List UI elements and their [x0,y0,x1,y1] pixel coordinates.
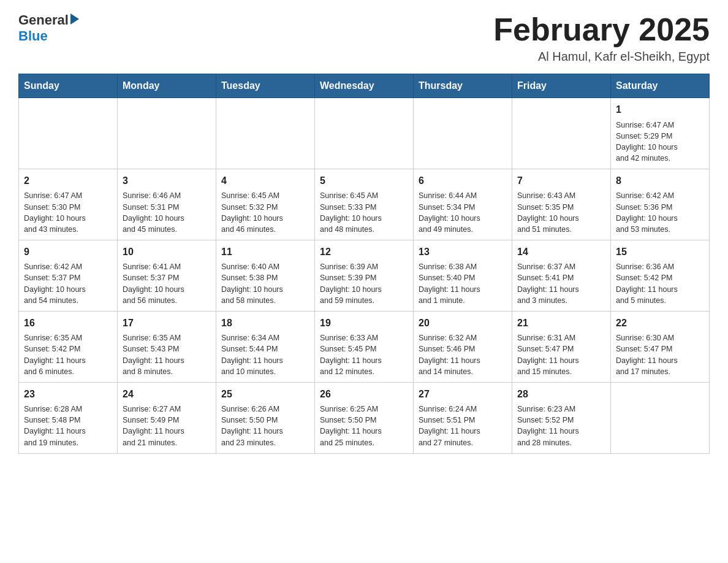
day-number: 19 [320,316,408,330]
day-number: 17 [123,316,211,330]
day-info: Sunrise: 6:47 AM Sunset: 5:30 PM Dayligh… [24,190,112,235]
day-info: Sunrise: 6:32 AM Sunset: 5:46 PM Dayligh… [419,332,507,377]
day-info: Sunrise: 6:40 AM Sunset: 5:38 PM Dayligh… [221,261,309,306]
day-number: 12 [320,245,408,259]
day-number: 9 [24,245,112,259]
day-number: 5 [320,174,408,188]
calendar-week-row: 9Sunrise: 6:42 AM Sunset: 5:37 PM Daylig… [19,240,710,311]
day-info: Sunrise: 6:34 AM Sunset: 5:44 PM Dayligh… [221,332,309,377]
day-info: Sunrise: 6:38 AM Sunset: 5:40 PM Dayligh… [419,261,507,306]
calendar-week-row: 2Sunrise: 6:47 AM Sunset: 5:30 PM Daylig… [19,169,710,240]
day-number: 6 [419,174,507,188]
calendar-day-cell: 5Sunrise: 6:45 AM Sunset: 5:33 PM Daylig… [315,169,414,240]
day-number: 15 [616,245,704,259]
day-number: 13 [419,245,507,259]
day-info: Sunrise: 6:35 AM Sunset: 5:42 PM Dayligh… [24,332,112,377]
day-info: Sunrise: 6:37 AM Sunset: 5:41 PM Dayligh… [517,261,605,306]
day-number: 24 [123,388,211,401]
calendar-table: SundayMondayTuesdayWednesdayThursdayFrid… [18,74,710,453]
day-info: Sunrise: 6:31 AM Sunset: 5:47 PM Dayligh… [517,332,605,377]
calendar-day-cell: 1Sunrise: 6:47 AM Sunset: 5:29 PM Daylig… [611,98,710,169]
calendar-day-cell: 6Sunrise: 6:44 AM Sunset: 5:34 PM Daylig… [414,169,512,240]
day-info: Sunrise: 6:30 AM Sunset: 5:47 PM Dayligh… [616,332,704,377]
day-number: 3 [123,174,211,188]
weekday-header-wednesday: Wednesday [315,74,414,98]
calendar-day-cell: 14Sunrise: 6:37 AM Sunset: 5:41 PM Dayli… [512,240,611,311]
calendar-week-row: 23Sunrise: 6:28 AM Sunset: 5:48 PM Dayli… [19,382,710,453]
weekday-header-saturday: Saturday [611,74,710,98]
calendar-day-cell: 17Sunrise: 6:35 AM Sunset: 5:43 PM Dayli… [118,311,216,382]
weekday-header-thursday: Thursday [414,74,512,98]
calendar-day-cell: 21Sunrise: 6:31 AM Sunset: 5:47 PM Dayli… [512,311,611,382]
logo: General Blue [18,12,79,44]
day-info: Sunrise: 6:45 AM Sunset: 5:32 PM Dayligh… [221,190,309,235]
page-header: General Blue February 2025 Al Hamul, Kaf… [18,12,710,64]
calendar-day-cell: 8Sunrise: 6:42 AM Sunset: 5:36 PM Daylig… [611,169,710,240]
day-number: 10 [123,245,211,259]
day-number: 16 [24,316,112,330]
day-info: Sunrise: 6:46 AM Sunset: 5:31 PM Dayligh… [123,190,211,235]
weekday-header-monday: Monday [118,74,216,98]
calendar-day-cell [315,98,414,169]
day-info: Sunrise: 6:23 AM Sunset: 5:52 PM Dayligh… [517,404,605,448]
day-info: Sunrise: 6:35 AM Sunset: 5:43 PM Dayligh… [123,332,211,377]
month-title: February 2025 [493,12,710,47]
day-info: Sunrise: 6:25 AM Sunset: 5:50 PM Dayligh… [320,404,408,448]
calendar-day-cell: 7Sunrise: 6:43 AM Sunset: 5:35 PM Daylig… [512,169,611,240]
calendar-day-cell: 2Sunrise: 6:47 AM Sunset: 5:30 PM Daylig… [19,169,118,240]
calendar-day-cell [611,382,710,453]
calendar-day-cell: 25Sunrise: 6:26 AM Sunset: 5:50 PM Dayli… [216,382,315,453]
day-info: Sunrise: 6:36 AM Sunset: 5:42 PM Dayligh… [616,261,704,306]
calendar-day-cell: 20Sunrise: 6:32 AM Sunset: 5:46 PM Dayli… [414,311,512,382]
calendar-day-cell: 23Sunrise: 6:28 AM Sunset: 5:48 PM Dayli… [19,382,118,453]
calendar-day-cell: 16Sunrise: 6:35 AM Sunset: 5:42 PM Dayli… [19,311,118,382]
day-number: 2 [24,174,112,188]
calendar-day-cell: 4Sunrise: 6:45 AM Sunset: 5:32 PM Daylig… [216,169,315,240]
day-info: Sunrise: 6:24 AM Sunset: 5:51 PM Dayligh… [419,404,507,448]
day-info: Sunrise: 6:26 AM Sunset: 5:50 PM Dayligh… [221,404,309,448]
calendar-day-cell: 13Sunrise: 6:38 AM Sunset: 5:40 PM Dayli… [414,240,512,311]
calendar-day-cell: 12Sunrise: 6:39 AM Sunset: 5:39 PM Dayli… [315,240,414,311]
calendar-day-cell [19,98,118,169]
calendar-day-cell: 27Sunrise: 6:24 AM Sunset: 5:51 PM Dayli… [414,382,512,453]
weekday-header-friday: Friday [512,74,611,98]
calendar-day-cell: 11Sunrise: 6:40 AM Sunset: 5:38 PM Dayli… [216,240,315,311]
day-info: Sunrise: 6:28 AM Sunset: 5:48 PM Dayligh… [24,404,112,448]
calendar-day-cell: 24Sunrise: 6:27 AM Sunset: 5:49 PM Dayli… [118,382,216,453]
calendar-day-cell [118,98,216,169]
day-number: 23 [24,388,112,401]
day-info: Sunrise: 6:27 AM Sunset: 5:49 PM Dayligh… [123,404,211,448]
day-info: Sunrise: 6:45 AM Sunset: 5:33 PM Dayligh… [320,190,408,235]
day-number: 4 [221,174,309,188]
calendar-day-cell: 22Sunrise: 6:30 AM Sunset: 5:47 PM Dayli… [611,311,710,382]
calendar-day-cell: 26Sunrise: 6:25 AM Sunset: 5:50 PM Dayli… [315,382,414,453]
calendar-day-cell [216,98,315,169]
day-number: 20 [419,316,507,330]
day-info: Sunrise: 6:41 AM Sunset: 5:37 PM Dayligh… [123,261,211,306]
logo-blue-text: Blue [18,28,79,44]
weekday-header-sunday: Sunday [19,74,118,98]
day-number: 28 [517,388,605,401]
calendar-day-cell [414,98,512,169]
calendar-day-cell: 3Sunrise: 6:46 AM Sunset: 5:31 PM Daylig… [118,169,216,240]
day-info: Sunrise: 6:33 AM Sunset: 5:45 PM Dayligh… [320,332,408,377]
weekday-header-tuesday: Tuesday [216,74,315,98]
day-number: 14 [517,245,605,259]
day-info: Sunrise: 6:43 AM Sunset: 5:35 PM Dayligh… [517,190,605,235]
logo-general-text: General [18,12,69,28]
calendar-day-cell: 19Sunrise: 6:33 AM Sunset: 5:45 PM Dayli… [315,311,414,382]
calendar-day-cell: 10Sunrise: 6:41 AM Sunset: 5:37 PM Dayli… [118,240,216,311]
title-area: February 2025 Al Hamul, Kafr el-Sheikh, … [493,12,710,64]
day-info: Sunrise: 6:47 AM Sunset: 5:29 PM Dayligh… [616,120,704,164]
logo-triangle-icon [70,13,79,25]
day-info: Sunrise: 6:42 AM Sunset: 5:37 PM Dayligh… [24,261,112,306]
day-number: 1 [616,103,704,117]
location-title: Al Hamul, Kafr el-Sheikh, Egypt [493,50,710,64]
day-number: 21 [517,316,605,330]
day-number: 11 [221,245,309,259]
day-number: 25 [221,388,309,401]
calendar-day-cell: 18Sunrise: 6:34 AM Sunset: 5:44 PM Dayli… [216,311,315,382]
day-number: 27 [419,388,507,401]
day-number: 26 [320,388,408,401]
calendar-day-cell: 28Sunrise: 6:23 AM Sunset: 5:52 PM Dayli… [512,382,611,453]
